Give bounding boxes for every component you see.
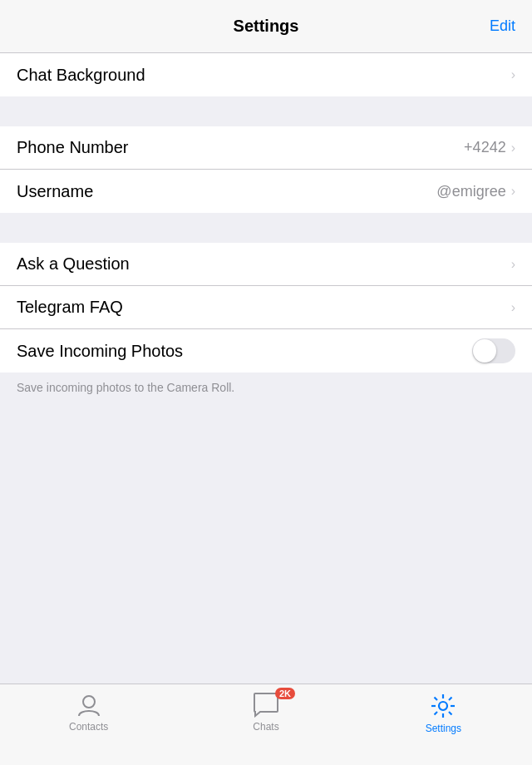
username-label: Username (17, 182, 93, 201)
tab-contacts-icon-wrap (76, 693, 101, 718)
tab-settings-icon-wrap (430, 693, 456, 719)
phone-number-right: +4242 › (464, 139, 515, 156)
tab-bar: Contacts 2K Chats (0, 684, 532, 765)
phone-number-row[interactable]: Phone Number +4242 › (0, 126, 532, 170)
phone-number-value: +4242 (464, 139, 506, 156)
save-photos-toggle[interactable] (472, 338, 515, 363)
telegram-faq-label: Telegram FAQ (17, 298, 123, 317)
section-account: Phone Number +4242 › Username @emigree › (0, 126, 532, 213)
chevron-icon: › (511, 257, 515, 272)
svg-line-6 (435, 698, 438, 701)
settings-list-appearance: Chat Background › (0, 53, 532, 96)
telegram-faq-right: › (511, 300, 515, 315)
phone-number-label: Phone Number (17, 138, 129, 157)
username-value: @emigree (436, 183, 505, 200)
chevron-icon: › (511, 67, 515, 82)
chevron-icon: › (511, 141, 515, 155)
save-photos-label: Save Incoming Photos (17, 342, 183, 361)
ask-question-label: Ask a Question (17, 254, 130, 274)
tab-contacts-label: Contacts (69, 721, 108, 733)
chat-background-label: Chat Background (17, 66, 145, 85)
telegram-faq-row[interactable]: Telegram FAQ › (0, 286, 532, 329)
svg-line-9 (435, 712, 438, 715)
tab-contacts[interactable]: Contacts (0, 693, 177, 733)
header: Settings Edit (0, 0, 532, 53)
settings-list-support: Ask a Question › Telegram FAQ › Save Inc… (0, 243, 532, 373)
username-row[interactable]: Username @emigree › (0, 170, 532, 213)
settings-icon (430, 693, 456, 719)
edit-button[interactable]: Edit (490, 17, 515, 35)
footer-note: Save incoming photos to the Camera Roll. (0, 373, 532, 406)
settings-list-account: Phone Number +4242 › Username @emigree › (0, 126, 532, 213)
page-title: Settings (234, 17, 299, 36)
tab-settings-label: Settings (426, 723, 461, 734)
svg-point-0 (83, 696, 95, 708)
tab-chats[interactable]: 2K Chats (177, 693, 354, 733)
chat-background-row[interactable]: Chat Background › (0, 53, 532, 96)
svg-line-7 (449, 712, 452, 715)
ask-question-row[interactable]: Ask a Question › (0, 243, 532, 286)
chevron-icon: › (511, 300, 515, 315)
tab-settings[interactable]: Settings (355, 693, 532, 734)
svg-point-1 (439, 702, 447, 710)
username-right: @emigree › (436, 183, 515, 200)
save-photos-row[interactable]: Save Incoming Photos (0, 329, 532, 373)
save-photos-right (472, 338, 515, 363)
ask-question-right: › (511, 257, 515, 272)
section-support: Ask a Question › Telegram FAQ › Save Inc… (0, 243, 532, 373)
contacts-icon (76, 693, 101, 718)
section-appearance: Chat Background › (0, 53, 532, 96)
chat-background-right: › (511, 67, 515, 82)
toggle-knob (473, 339, 496, 363)
tab-chats-label: Chats (253, 721, 278, 733)
separator-1 (0, 96, 532, 126)
separator-2 (0, 213, 532, 243)
chevron-icon: › (511, 184, 515, 199)
chats-badge: 2K (275, 688, 295, 699)
tab-chats-icon-wrap: 2K (252, 693, 280, 718)
svg-line-8 (449, 698, 452, 701)
